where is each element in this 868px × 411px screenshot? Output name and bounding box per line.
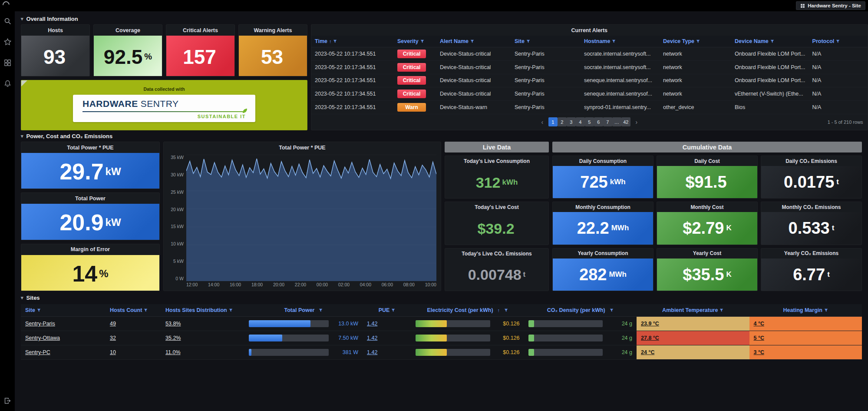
pue-link[interactable]: 1.42	[367, 335, 377, 341]
pagination-page-5[interactable]: 5	[585, 117, 594, 126]
hosts-count-link[interactable]: 49	[110, 321, 116, 327]
filter-icon[interactable]	[696, 40, 700, 43]
electricity-cost-gauge	[416, 335, 490, 341]
alert-protocol: N/A	[809, 77, 868, 83]
stat-title[interactable]: Total Power	[21, 193, 159, 204]
column-header-time[interactable]: Time↑	[311, 38, 394, 44]
section-power-cost-co2[interactable]: ▾ Power, Cost and CO₂ Emissions	[21, 130, 862, 142]
cumulative-title[interactable]: Daily Cost	[657, 156, 757, 166]
filter-icon[interactable]	[836, 40, 840, 43]
pue-link[interactable]: 1.42	[367, 321, 377, 327]
stat-title[interactable]: Coverage	[94, 25, 162, 36]
column-header-pue[interactable]: PUE	[363, 307, 411, 313]
column-header-device-name[interactable]: Device Name	[731, 38, 809, 44]
column-header-hosts-distribution[interactable]: Hosts Sites Distribution	[161, 307, 244, 313]
stat-title[interactable]: Total Power * PUE	[21, 142, 159, 153]
pagination-page-6[interactable]: 6	[594, 117, 603, 126]
filter-icon[interactable]	[229, 308, 233, 312]
column-header-heating-margin[interactable]: Heating Margin	[749, 307, 862, 313]
hosts-count-link[interactable]: 10	[110, 349, 116, 355]
heating-margin-link[interactable]: 3 °C	[754, 349, 764, 355]
cumulative-panel-daily-consumption: Daily Consumption 725kWh	[552, 156, 653, 199]
live-title[interactable]: Today's Live Consumption	[445, 156, 548, 166]
column-header-protocol[interactable]: Protocol	[809, 38, 868, 44]
filter-icon[interactable]	[470, 40, 474, 43]
column-header-co2-density[interactable]: CO₂ Density (per kWh)	[524, 307, 637, 313]
timeseries-plot[interactable]	[186, 155, 436, 281]
stat-title[interactable]: Critical Alerts	[166, 25, 234, 36]
filter-icon[interactable]	[420, 40, 424, 43]
distribution-link[interactable]: 53.8%	[165, 321, 181, 327]
cumulative-title[interactable]: Yearly CO₂ Emissions	[761, 249, 861, 259]
cumulative-title[interactable]: Daily CO₂ Emissions	[761, 156, 861, 166]
pagination-page-1[interactable]: 1	[548, 117, 558, 126]
alert-name: Device-Status-critical	[436, 51, 511, 57]
cumulative-title[interactable]: Monthly Cost	[657, 202, 757, 212]
column-header-device-type[interactable]: Device Type	[660, 38, 731, 44]
column-header-site[interactable]: Site	[511, 38, 581, 44]
filter-icon[interactable]	[37, 308, 41, 312]
filter-icon[interactable]	[144, 308, 148, 312]
filter-icon[interactable]	[610, 308, 614, 312]
heating-margin-link[interactable]: 4 °C	[754, 321, 764, 327]
section-sites[interactable]: ▾ Sites	[21, 292, 862, 303]
ambient-temperature-link[interactable]: 23.9 °C	[641, 321, 659, 327]
site-link[interactable]: Sentry-Ottawa	[25, 335, 60, 341]
column-header-severity[interactable]: Severity	[394, 38, 436, 44]
filter-icon[interactable]	[719, 308, 723, 312]
stat-title[interactable]: Hosts	[21, 25, 89, 36]
column-header-ambient-temperature[interactable]: Ambient Temperature	[637, 307, 749, 313]
column-header-hosts-count[interactable]: Hosts Count	[106, 307, 161, 313]
column-header-alert-name[interactable]: Alert Name	[436, 38, 511, 44]
pue-link[interactable]: 1.42	[367, 349, 377, 355]
distribution-link[interactable]: 11.0%	[165, 349, 181, 355]
heating-margin-link[interactable]: 5 °C	[754, 335, 764, 341]
filter-icon[interactable]	[612, 40, 616, 43]
site-link[interactable]: Sentry-PC	[25, 349, 50, 355]
column-header-site[interactable]: Site	[21, 307, 106, 313]
filter-icon[interactable]	[319, 308, 323, 312]
pagination-page-…[interactable]: …	[612, 117, 621, 126]
star-icon[interactable]	[3, 37, 12, 46]
live-title[interactable]: Today's Live Cost	[445, 202, 548, 212]
search-icon[interactable]	[3, 17, 12, 25]
section-overall-information[interactable]: ▾ Overall Information	[21, 13, 862, 24]
stat-title[interactable]: Margin of Error	[21, 244, 159, 255]
alert-bell-icon[interactable]	[3, 79, 12, 88]
live-title[interactable]: Today's Live CO₂ Emissions	[445, 249, 548, 259]
panel-edit-corner-icon[interactable]	[21, 80, 27, 86]
cumulative-title[interactable]: Daily Consumption	[553, 156, 653, 166]
pagination-page-3[interactable]: 3	[567, 117, 576, 126]
filter-icon[interactable]	[333, 40, 337, 43]
pagination-prev-button[interactable]: ‹	[538, 117, 547, 126]
panel-title-chart[interactable]: Total Power * PUE	[164, 142, 441, 153]
distribution-link[interactable]: 35.2%	[165, 335, 181, 341]
panel-title-current-alerts[interactable]: Current Alerts	[311, 25, 868, 36]
filter-icon[interactable]	[824, 308, 828, 312]
column-header-electricity-cost[interactable]: Electricity Cost (per kWh)↑	[411, 307, 524, 313]
pagination-page-7[interactable]: 7	[603, 117, 612, 126]
column-header-hostname[interactable]: Hostname	[581, 38, 660, 44]
cumulative-title[interactable]: Yearly Consumption	[553, 249, 653, 259]
filter-icon[interactable]	[526, 40, 530, 43]
pagination-page-42[interactable]: 42	[621, 117, 630, 126]
filter-icon[interactable]	[504, 308, 508, 312]
dashboard-title-badge[interactable]: Hardware Sentry - Site	[796, 1, 865, 10]
cumulative-title[interactable]: Monthly Consumption	[553, 202, 653, 212]
grafana-logo[interactable]	[1, 0, 11, 10]
hosts-count-link[interactable]: 32	[110, 335, 116, 341]
ambient-temperature-link[interactable]: 27.8 °C	[641, 335, 659, 341]
apps-icon[interactable]	[3, 58, 12, 67]
stat-title[interactable]: Warning Alerts	[239, 25, 307, 36]
column-header-total-power[interactable]: Total Power	[244, 307, 363, 313]
cumulative-title[interactable]: Monthly CO₂ Emissions	[761, 202, 861, 212]
cumulative-title[interactable]: Yearly Cost	[657, 249, 757, 259]
filter-icon[interactable]	[770, 40, 774, 43]
filter-icon[interactable]	[391, 308, 395, 312]
pagination-page-2[interactable]: 2	[558, 117, 567, 126]
site-link[interactable]: Sentry-Paris	[25, 321, 55, 327]
pagination-page-4[interactable]: 4	[576, 117, 585, 126]
exit-icon[interactable]	[3, 396, 12, 405]
ambient-temperature-link[interactable]: 24 °C	[641, 349, 654, 355]
pagination-next-button[interactable]: ›	[632, 117, 641, 126]
